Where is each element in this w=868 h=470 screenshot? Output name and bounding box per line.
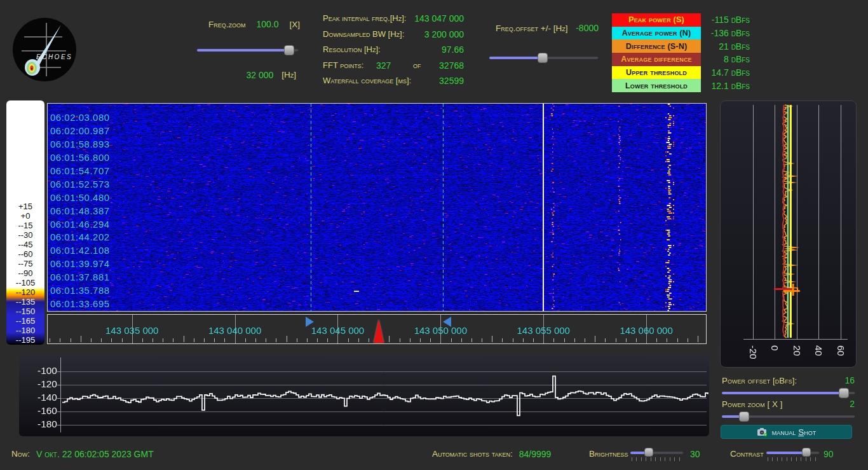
power-zoom-slider-handle[interactable] [739,411,749,422]
power-offset-slider[interactable] [722,388,855,398]
power-profile-canvas [721,101,856,367]
stat-value: 97.66 [442,45,464,55]
waterfall-timestamps: 06:02:03.08006:02:00.98706:01:58.89306:0… [50,112,110,312]
spectrum-axis-label: -160 [28,405,57,417]
peak-power-button[interactable]: Peak power (S) [612,13,701,27]
colorscale-label: +15 [6,202,44,211]
power-zoom-slider[interactable] [722,411,855,422]
colorscale-label: +0 [6,212,44,221]
power-axis-label: 40 [813,345,824,356]
legend-values: -115 dBfs -136 dBfs 21 dBfs 8 dBfs 14.7 … [702,13,750,92]
stat-value: 32599 [439,76,464,86]
power-zoom-row: Power zoom [ X ] 2 [722,399,855,409]
freq-zoom-slider-handle[interactable] [284,45,294,55]
stat-fft-points: FFT points: 327 of 32768 [323,60,464,76]
power-axis-label: 0 [770,345,780,350]
echoes-logo: ECHOES [13,18,76,81]
manual-shot-button[interactable]: manual Shot [721,425,852,439]
brightness-label: Brightness [589,449,628,459]
colorscale-label: --135 [6,298,44,307]
stat-value: 3 200 000 [424,29,464,39]
stat-label: Peak interval freq.[Hz]: [323,13,406,23]
waterfall-timestamp: 06:01:33.695 [50,298,110,312]
waterfall-timestamp: 06:02:00.987 [50,125,110,139]
frequency-tick-label: 143 040 000 [194,325,276,336]
contrast-slider-handle[interactable] [802,448,811,457]
freq-zoom-bw-value: 32 000 [246,70,273,80]
interval-start-marker[interactable] [306,317,314,327]
stats-panel: Peak interval freq.[Hz]: 143 047 000 Dow… [323,13,464,92]
waterfall-timestamp: 06:02:03.080 [50,112,110,125]
colorscale-label: --45 [6,240,44,249]
freq-offset-slider[interactable] [489,53,599,63]
colorscale-label: --195 [6,336,44,345]
colorscale-label: --60 [6,250,44,259]
interval-end-marker[interactable] [443,317,451,327]
contrast-label: Contrast [730,449,764,459]
average-difference-value: 8 dBfs [702,53,750,66]
stat-downsampled-bw: Downsampled BW [Hz]: 3 200 000 [323,29,464,45]
spectrum-axis-label: -140 [28,392,57,403]
now-row: Now: V окт. 22 06:02:05 2023 GMT [11,449,154,459]
frequency-ruler[interactable]: 143 035 000143 040 000143 045 000143 050… [47,314,707,344]
waterfall-timestamp: 06:01:35.788 [50,285,110,298]
freq-offset-slider-handle[interactable] [538,53,548,63]
difference-value: 21 dBfs [702,39,750,53]
waterfall-timestamp: 06:01:46.294 [50,219,110,232]
stat-label: FFT points: [323,60,363,70]
colorscale-label: --30 [6,231,44,240]
shots-taken-value: 84/9999 [519,449,552,459]
shots-row: Automatic shots taken: 84/9999 [432,449,551,459]
difference-button[interactable]: Difference (S-N) [612,39,701,53]
stat-waterfall-coverage: Waterfall coverage [ms]: 32599 [323,76,464,92]
upper-threshold-button[interactable]: Upper threshold [612,66,701,79]
power-profile-graph: -200204060 [720,100,857,368]
stat-label: Waterfall coverage [ms]: [323,76,411,85]
logo-text: ECHOES [36,53,72,60]
colorscale-label: --150 [6,307,44,316]
waterfall-timestamp: 06:01:58.893 [50,139,110,152]
stat-resolution: Resolution [Hz]: 97.66 [323,45,464,60]
power-offset-row: Power offset [dBfs]: 16 [722,375,855,385]
now-value: V окт. 22 06:02:05 2023 GMT [36,449,154,459]
upper-threshold-value: 14.7 dBfs [702,66,750,79]
lower-threshold-value: 12.1 dBfs [702,79,750,92]
freq-zoom-slider[interactable] [197,45,299,55]
manual-shot-label: manual Shot [772,427,816,437]
peak-power-value: -115 dBfs [702,13,750,27]
power-offset-slider-handle[interactable] [839,388,849,398]
stat-value: 32768 [439,60,464,71]
shots-taken-label: Automatic shots taken: [432,449,513,459]
freq-offset-label: Freq.offset +/- [Hz] [496,24,567,33]
colorscale-label: --75 [6,259,44,268]
frequency-tick-label: 143 055 000 [502,325,585,336]
waterfall-display[interactable]: 06:02:03.08006:02:00.98706:01:58.89306:0… [47,103,707,312]
peak-frequency-marker [374,319,384,343]
power-axis-label: 20 [792,345,803,356]
waterfall-timestamp: 06:01:48.387 [50,205,110,219]
average-difference-button[interactable]: Average difference [612,53,701,66]
waterfall-timestamp: 06:01:37.881 [50,272,110,285]
spectrum-axis-label: -100 [28,365,57,377]
waterfall-timestamp: 06:01:54.707 [50,165,110,179]
lower-threshold-button[interactable]: Lower threshold [612,79,701,92]
average-power-button[interactable]: Average power (N) [612,27,701,40]
colorscale-label: --165 [6,317,44,326]
colorscale-label: --15 [6,221,44,230]
waterfall-timestamp: 06:01:56.800 [50,152,110,165]
stat-label: Downsampled BW [Hz]: [323,29,404,39]
freq-offset-value: -8000 [576,23,599,33]
frequency-tick-label: 143 035 000 [91,325,173,336]
freq-zoom-bw-row: 32 000 [Hz] [197,70,296,80]
brightness-slider[interactable] [630,448,684,457]
freq-zoom-value: 100.0 [256,19,278,29]
brightness-value: 30 [690,449,700,459]
power-axis-label: 60 [836,345,846,356]
brightness-slider-handle[interactable] [644,448,653,457]
freq-zoom-unit: [X] [289,20,300,29]
camera-icon [757,427,768,436]
spectrum-graph: -100-120-140-160-180 [19,354,709,436]
waterfall-canvas[interactable] [48,104,706,311]
contrast-slider[interactable] [766,448,820,457]
waterfall-timestamp: 06:01:42.108 [50,245,110,258]
